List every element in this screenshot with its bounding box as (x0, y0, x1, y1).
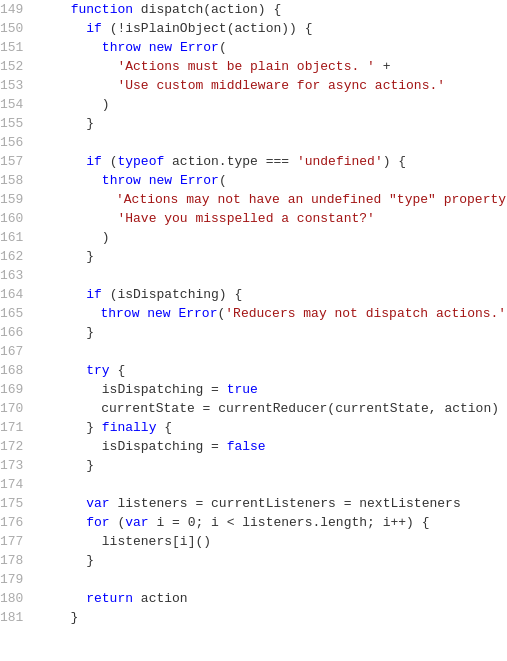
line-content: currentState = currentReducer(currentSta… (39, 399, 499, 418)
code-line: 179 (0, 570, 507, 589)
code-line: 171 } finally { (0, 418, 507, 437)
code-line: 175 var listeners = currentListeners = n… (0, 494, 507, 513)
line-content: throw new Error( (39, 171, 226, 190)
code-line: 168 try { (0, 361, 507, 380)
line-content: listeners[i]() (39, 532, 211, 551)
line-content: 'Actions may not have an undefined "type… (38, 190, 507, 209)
code-line: 160 'Have you misspelled a constant?' (0, 209, 507, 228)
line-number: 168 (0, 361, 39, 380)
line-number: 155 (0, 114, 39, 133)
line-number: 173 (0, 456, 39, 475)
line-content: } (39, 608, 78, 627)
line-number: 181 (0, 608, 39, 627)
code-line: 162 } (0, 247, 507, 266)
code-line: 173 } (0, 456, 507, 475)
line-number: 161 (0, 228, 39, 247)
line-number: 166 (0, 323, 39, 342)
line-number: 176 (0, 513, 39, 532)
line-number: 165 (0, 304, 38, 323)
line-number: 149 (0, 0, 39, 19)
code-line: 167 (0, 342, 507, 361)
line-content: } (39, 323, 94, 342)
line-number: 157 (0, 152, 39, 171)
line-number: 159 (0, 190, 38, 209)
code-line: 152 'Actions must be plain objects. ' + (0, 57, 507, 76)
line-content: isDispatching = false (39, 437, 265, 456)
line-number: 171 (0, 418, 39, 437)
line-number: 156 (0, 133, 39, 152)
line-number: 153 (0, 76, 39, 95)
line-content: 'Use custom middleware for async actions… (39, 76, 445, 95)
line-number: 154 (0, 95, 39, 114)
code-line: 177 listeners[i]() (0, 532, 507, 551)
line-number: 170 (0, 399, 39, 418)
line-content: } (39, 456, 94, 475)
line-number: 178 (0, 551, 39, 570)
code-line: 181 } (0, 608, 507, 627)
code-line: 159 'Actions may not have an undefined "… (0, 190, 507, 209)
code-line: 154 ) (0, 95, 507, 114)
line-number: 177 (0, 532, 39, 551)
code-line: 156 (0, 133, 507, 152)
line-content: ) (39, 95, 109, 114)
line-content: if (!isPlainObject(action)) { (39, 19, 312, 38)
line-content: function dispatch(action) { (39, 0, 281, 19)
code-line: 151 throw new Error( (0, 38, 507, 57)
line-content: throw new Error('Reducers may not dispat… (38, 304, 507, 323)
code-line: 164 if (isDispatching) { (0, 285, 507, 304)
code-editor: 149 function dispatch(action) {150 if (!… (0, 0, 507, 661)
line-number: 152 (0, 57, 39, 76)
code-line: 180 return action (0, 589, 507, 608)
line-number: 150 (0, 19, 39, 38)
line-content: var listeners = currentListeners = nextL… (39, 494, 460, 513)
code-line: 153 'Use custom middleware for async act… (0, 76, 507, 95)
code-line: 155 } (0, 114, 507, 133)
code-line: 170 currentState = currentReducer(curren… (0, 399, 507, 418)
line-number: 172 (0, 437, 39, 456)
line-number: 175 (0, 494, 39, 513)
line-content: if (isDispatching) { (39, 285, 242, 304)
line-content: try { (39, 361, 125, 380)
code-line: 165 throw new Error('Reducers may not di… (0, 304, 507, 323)
line-number: 174 (0, 475, 39, 494)
line-number: 167 (0, 342, 39, 361)
code-line: 166 } (0, 323, 507, 342)
code-line: 178 } (0, 551, 507, 570)
code-line: 161 ) (0, 228, 507, 247)
code-line: 169 isDispatching = true (0, 380, 507, 399)
code-line: 149 function dispatch(action) { (0, 0, 507, 19)
code-line: 174 (0, 475, 507, 494)
line-content: } (39, 247, 94, 266)
line-number: 180 (0, 589, 39, 608)
line-content: } (39, 551, 94, 570)
line-content: isDispatching = true (39, 380, 257, 399)
line-number: 158 (0, 171, 39, 190)
line-content: ) (39, 228, 109, 247)
code-line: 176 for (var i = 0; i < listeners.length… (0, 513, 507, 532)
line-number: 179 (0, 570, 39, 589)
code-line: 172 isDispatching = false (0, 437, 507, 456)
code-line: 150 if (!isPlainObject(action)) { (0, 19, 507, 38)
line-number: 160 (0, 209, 39, 228)
line-number: 169 (0, 380, 39, 399)
line-number: 163 (0, 266, 39, 285)
line-content: 'Actions must be plain objects. ' + (39, 57, 390, 76)
line-content: if (typeof action.type === 'undefined') … (39, 152, 406, 171)
line-content: throw new Error( (39, 38, 226, 57)
line-number: 151 (0, 38, 39, 57)
line-number: 164 (0, 285, 39, 304)
line-number: 162 (0, 247, 39, 266)
code-line: 158 throw new Error( (0, 171, 507, 190)
line-content: } (39, 114, 94, 133)
line-content: return action (39, 589, 187, 608)
line-content: for (var i = 0; i < listeners.length; i+… (39, 513, 429, 532)
line-content: 'Have you misspelled a constant?' (39, 209, 374, 228)
code-line: 157 if (typeof action.type === 'undefine… (0, 152, 507, 171)
line-content: } finally { (39, 418, 172, 437)
code-line: 163 (0, 266, 507, 285)
